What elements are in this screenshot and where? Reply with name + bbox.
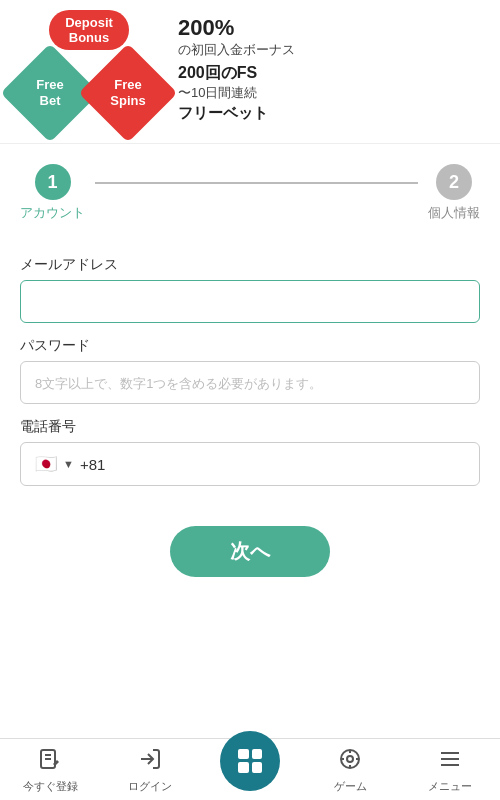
- bottom-nav: 今すぐ登録 ログイン ゲーム: [0, 738, 500, 800]
- bonus-area: Deposit Bonus Free Bet Free Spins 200% の…: [0, 0, 500, 144]
- password-input[interactable]: [20, 361, 480, 404]
- nav-menu-label: メニュー: [428, 779, 472, 794]
- games-icon: [338, 747, 362, 777]
- nav-menu[interactable]: メニュー: [420, 747, 480, 794]
- nav-register[interactable]: 今すぐ登録: [20, 747, 80, 794]
- nav-home-button[interactable]: [220, 731, 280, 791]
- step1-group: 1 アカウント: [20, 164, 85, 222]
- freebet-label: フリーベット: [178, 104, 485, 123]
- svg-point-5: [347, 756, 353, 762]
- nav-games[interactable]: ゲーム: [320, 747, 380, 794]
- nav-register-label: 今すぐ登録: [23, 779, 78, 794]
- step2-group: 2 個人情報: [428, 164, 480, 222]
- dropdown-arrow-icon[interactable]: ▼: [63, 458, 74, 470]
- form-area: メールアドレス パスワード 電話番号 🇯🇵 ▼ +81: [0, 232, 500, 506]
- free-bet-label: Free Bet: [36, 77, 63, 108]
- login-icon: [138, 747, 162, 777]
- step1-circle: 1: [35, 164, 71, 200]
- password-label: パスワード: [20, 337, 480, 355]
- free-spins-badge[interactable]: Free Spins: [93, 58, 163, 128]
- phone-number-input[interactable]: [111, 456, 465, 473]
- phone-label: 電話番号: [20, 418, 480, 436]
- steps-area: 1 アカウント 2 個人情報: [0, 144, 500, 232]
- bonus-info: 200% の初回入金ボーナス 200回のFS 〜10日間連続 フリーベット: [178, 10, 485, 123]
- bonus-percent: 200%: [178, 15, 485, 41]
- step2-label: 個人情報: [428, 204, 480, 222]
- register-icon: [38, 747, 62, 777]
- nav-login[interactable]: ログイン: [120, 747, 180, 794]
- step-connector: [95, 182, 418, 184]
- badge-row: Free Bet Free Spins: [15, 58, 163, 128]
- step1-label: アカウント: [20, 204, 85, 222]
- next-button[interactable]: 次へ: [170, 526, 330, 577]
- nav-login-label: ログイン: [128, 779, 172, 794]
- menu-icon: [438, 747, 462, 777]
- nav-games-label: ゲーム: [334, 779, 367, 794]
- home-grid-icon: [238, 749, 262, 773]
- bonus-desc1: の初回入金ボーナス: [178, 41, 485, 59]
- bonus-badges: Deposit Bonus Free Bet Free Spins: [15, 10, 163, 128]
- japan-flag-icon: 🇯🇵: [35, 453, 57, 475]
- step2-circle: 2: [436, 164, 472, 200]
- next-btn-area: 次へ: [0, 506, 500, 587]
- phone-code: +81: [80, 456, 105, 473]
- free-bet-badge[interactable]: Free Bet: [15, 58, 85, 128]
- fs-count: 200回のFS: [178, 63, 485, 84]
- bonus-desc2: 〜10日間連続: [178, 84, 485, 102]
- email-input[interactable]: [20, 280, 480, 323]
- free-spins-label: Free Spins: [110, 77, 145, 108]
- deposit-bonus-button[interactable]: Deposit Bonus: [49, 10, 129, 50]
- email-label: メールアドレス: [20, 256, 480, 274]
- phone-input-wrapper[interactable]: 🇯🇵 ▼ +81: [20, 442, 480, 486]
